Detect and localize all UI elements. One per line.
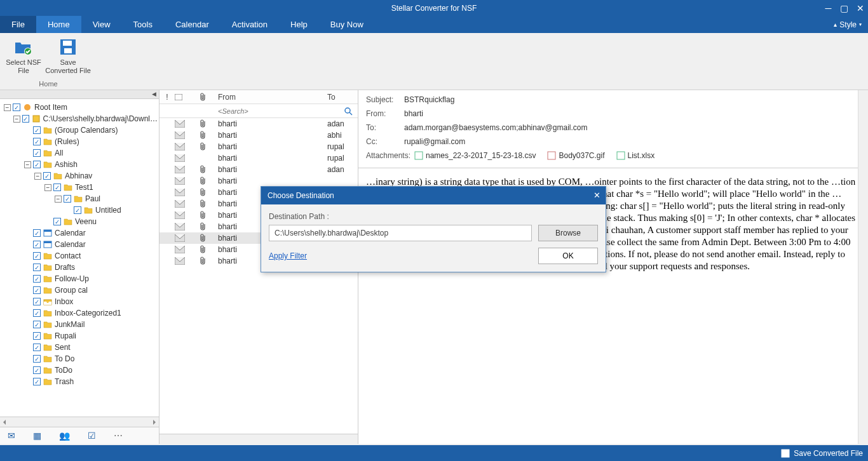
tree-item[interactable]: ✓Drafts	[1, 262, 158, 273]
folder-tree[interactable]: −✓Root Item−✓C:\Users\shelly.bhardwaj\Do…	[0, 99, 159, 417]
more-icon[interactable]: ⋯	[114, 431, 123, 441]
tree-item[interactable]: −✓Root Item	[1, 102, 158, 113]
collapse-left-icon[interactable]: ◀	[152, 91, 156, 97]
checkbox-icon[interactable]: ✓	[33, 229, 41, 237]
menu-calendar[interactable]: Calendar	[164, 16, 220, 33]
minimize-button[interactable]: ─	[820, 0, 836, 16]
checkbox-icon[interactable]: ✓	[33, 241, 41, 248]
checkbox-icon[interactable]: ✓	[33, 126, 41, 134]
menu-activation[interactable]: Activation	[220, 16, 279, 33]
tree-item[interactable]: ✓Group cal	[1, 284, 158, 296]
tree-item[interactable]: ✓Calendar	[1, 239, 158, 250]
tree-item[interactable]: ✓Sent	[1, 342, 158, 353]
checkbox-icon[interactable]: ✓	[53, 218, 61, 225]
tree-item[interactable]: ✓Trash	[1, 376, 158, 387]
checkbox-icon[interactable]: ✓	[33, 378, 41, 385]
checkbox-icon[interactable]: ✓	[33, 321, 41, 328]
select-nsf-button[interactable]: Select NSF File	[4, 36, 43, 75]
restore-button[interactable]: ▢	[836, 0, 852, 16]
tree-item[interactable]: ✓Contact	[1, 250, 158, 262]
tree-horiz-scrollbar[interactable]	[0, 417, 159, 427]
tree-item[interactable]: ✓Untitled	[1, 204, 158, 216]
expand-icon[interactable]: −	[44, 184, 51, 191]
checkbox-icon[interactable]: ✓	[43, 172, 51, 180]
search-icon[interactable]	[344, 107, 358, 116]
tree-item[interactable]: ✓Calendar	[1, 227, 158, 239]
mail-icon[interactable]: ✉	[8, 431, 15, 441]
checkbox-icon[interactable]: ✓	[33, 286, 41, 294]
col-envelope[interactable]	[175, 94, 200, 100]
expand-icon[interactable]: −	[55, 196, 62, 203]
tree-item[interactable]: ✓Rupali	[1, 330, 158, 342]
ok-button[interactable]: OK	[538, 248, 598, 264]
search-input[interactable]	[215, 105, 344, 117]
tree-item[interactable]: ✓To Do	[1, 353, 158, 364]
tree-item[interactable]: ✓(Rules)	[1, 136, 158, 147]
checkbox-icon[interactable]: ✓	[33, 252, 41, 260]
tree-item[interactable]: ✓Follow-Up	[1, 273, 158, 284]
checkbox-icon[interactable]: ✓	[64, 195, 71, 203]
menu-buynow[interactable]: Buy Now	[319, 16, 375, 33]
attachment-item[interactable]: names_22-3-2017_15-23-18.csv	[414, 151, 536, 160]
menu-view[interactable]: View	[81, 16, 122, 33]
apply-filter-link[interactable]: Apply Filter	[269, 251, 307, 260]
menu-help[interactable]: Help	[279, 16, 319, 33]
menu-style[interactable]: ▴ Style ▾	[834, 16, 862, 33]
message-row[interactable]: bhartirupal	[159, 141, 358, 152]
checkbox-icon[interactable]: ✓	[53, 184, 61, 191]
col-attach[interactable]	[200, 93, 215, 102]
tree-item[interactable]: ✓Veenu	[1, 216, 158, 227]
message-row[interactable]: bharti	[159, 175, 358, 187]
attachment-item[interactable]: Body037C.gif	[547, 151, 604, 160]
message-row[interactable]: bhartiadan	[159, 118, 358, 130]
list-horiz-scrollbar[interactable]	[159, 434, 358, 444]
tree-item[interactable]: ✓(Group Calendars)	[1, 124, 158, 136]
tree-item[interactable]: −✓Ashish	[1, 159, 158, 170]
message-row[interactable]: bhartiadan	[159, 164, 358, 175]
status-save-button[interactable]: Save Converted File	[781, 449, 863, 458]
expand-icon[interactable]: −	[4, 104, 11, 111]
attachment-item[interactable]: List.xlsx	[616, 151, 655, 160]
checkbox-icon[interactable]: ✓	[13, 104, 20, 111]
checkbox-icon[interactable]: ✓	[33, 275, 41, 283]
message-row[interactable]: bhartirupal	[159, 152, 358, 164]
tree-item[interactable]: −✓Paul	[1, 193, 158, 204]
tree-item[interactable]: ✓JunkMail	[1, 319, 158, 330]
tree-item[interactable]: ✓ToDo	[1, 364, 158, 376]
destination-path-input[interactable]	[269, 225, 532, 241]
message-rows[interactable]: bhartiadanbhartiabhibhartirupalbhartirup…	[159, 118, 358, 434]
checkbox-icon[interactable]: ✓	[74, 206, 81, 214]
checkbox-icon[interactable]: ✓	[33, 264, 41, 271]
menu-file[interactable]: File	[0, 16, 36, 33]
expand-icon[interactable]: −	[13, 116, 20, 123]
tree-item[interactable]: −✓Abhinav	[1, 170, 158, 182]
tree-item[interactable]: ✓All	[1, 147, 158, 159]
calendar-icon[interactable]: ▦	[33, 431, 41, 441]
tree-item[interactable]: ✓Inbox	[1, 296, 158, 307]
checkbox-icon[interactable]: ✓	[33, 332, 41, 340]
expand-icon[interactable]: −	[24, 161, 31, 168]
checkbox-icon[interactable]: ✓	[33, 309, 41, 317]
tree-item[interactable]: ✓Inbox-Categorized1	[1, 307, 158, 319]
col-flag[interactable]: !	[159, 93, 175, 102]
col-to[interactable]: To	[327, 93, 358, 102]
checkbox-icon[interactable]: ✓	[22, 115, 30, 123]
col-from[interactable]: From	[215, 93, 327, 102]
close-button[interactable]: ✕	[852, 0, 868, 16]
preview-vert-scrollbar[interactable]	[858, 90, 868, 444]
tree-item[interactable]: −✓C:\Users\shelly.bhardwaj\Downl…	[1, 113, 158, 124]
menu-home[interactable]: Home	[36, 16, 81, 33]
browse-button[interactable]: Browse	[538, 225, 598, 241]
tree-item[interactable]: −✓Test1	[1, 182, 158, 193]
save-converted-button[interactable]: Save Converted File	[43, 36, 93, 75]
dialog-close-icon[interactable]: ✕	[593, 190, 600, 200]
tasks-icon[interactable]: ☑	[88, 431, 96, 441]
menu-tools[interactable]: Tools	[122, 16, 164, 33]
dialog-titlebar[interactable]: Choose Destination ✕	[261, 187, 606, 204]
checkbox-icon[interactable]: ✓	[33, 138, 41, 145]
expand-icon[interactable]: −	[34, 173, 41, 180]
people-icon[interactable]: 👥	[59, 431, 70, 441]
checkbox-icon[interactable]: ✓	[33, 366, 41, 374]
checkbox-icon[interactable]: ✓	[33, 298, 41, 305]
message-row[interactable]: bhartiabhi	[159, 130, 358, 141]
